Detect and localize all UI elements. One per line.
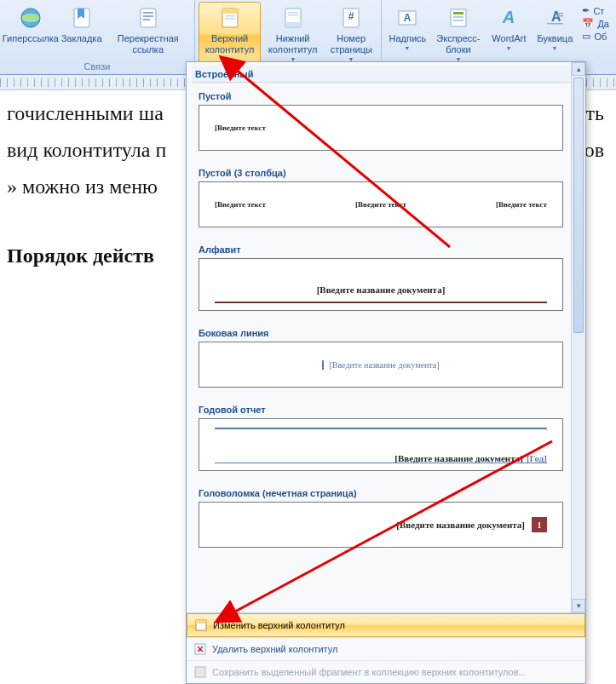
signature-button[interactable]: ✒Ст xyxy=(582,5,609,16)
ribbon-small-right: ✒Ст 📅Да ▭Об xyxy=(579,2,613,45)
quickparts-icon xyxy=(445,4,472,32)
save-selection-item: Сохранить выделенный фрагмент в коллекци… xyxy=(187,660,585,683)
chevron-down-icon: ▾ xyxy=(553,43,556,54)
preset-title: Боковая линия xyxy=(199,328,563,338)
svg-rect-14 xyxy=(288,12,298,14)
preset-preview: [Введите название документа] xyxy=(199,258,563,311)
preset-alphabet[interactable]: Алфавит [Введите название документа] xyxy=(192,236,570,319)
preset-preview: [Введите текст [Введите текст [Введите т… xyxy=(199,181,563,227)
scroll-down-button[interactable]: ▾ xyxy=(572,599,585,612)
preset-preview: [Введите название документа] xyxy=(199,342,563,388)
bookmark-icon xyxy=(68,4,95,32)
preset-preview: [Введите текст xyxy=(199,105,563,151)
bookmark-button[interactable]: Закладка xyxy=(60,2,104,47)
svg-rect-27 xyxy=(557,15,563,17)
scrollbar[interactable]: ▴ ▾ xyxy=(571,62,585,612)
svg-rect-32 xyxy=(195,667,205,677)
preset-title: Головоломка (нечетная страница) xyxy=(199,488,563,498)
dropcap-icon: A xyxy=(541,4,568,32)
label: Нижний колонтитул xyxy=(267,33,319,55)
save-icon xyxy=(193,665,207,679)
divider xyxy=(215,428,547,429)
group-label: Связи xyxy=(3,60,191,74)
label: Экспресс-блоки xyxy=(435,33,481,55)
gallery-category: Встроенный xyxy=(192,66,570,83)
doc-text: ов xyxy=(584,139,604,162)
textbox-button[interactable]: A Надпись ▾ xyxy=(385,2,429,56)
pagenum-icon: # xyxy=(337,4,365,32)
preset-empty[interactable]: Пустой [Введите текст xyxy=(192,83,570,159)
svg-text:A: A xyxy=(502,8,515,26)
preset-preview: [Введите название документа] [Год] xyxy=(199,418,563,471)
doc-text: вид колонтитула п xyxy=(7,139,166,162)
svg-rect-21 xyxy=(453,12,463,14)
hyperlink-button[interactable]: Гиперссылка xyxy=(3,2,58,47)
calendar-icon: 📅 xyxy=(582,18,594,29)
svg-rect-9 xyxy=(222,9,238,14)
gallery-footer: Изменить верхний колонтитул Удалить верх… xyxy=(187,613,585,683)
placeholder-text: [Введите текст xyxy=(215,124,266,132)
header-icon xyxy=(216,4,244,32)
quickparts-button[interactable]: Экспресс-блоки ▾ xyxy=(431,2,485,67)
divider xyxy=(215,463,547,463)
label: Номер страницы xyxy=(329,33,373,55)
scroll-thumb[interactable] xyxy=(573,78,584,333)
svg-text:A: A xyxy=(404,12,412,24)
ribbon-group-links: Гиперссылка Закладка Перекрестная ссылка… xyxy=(0,0,195,74)
gallery-scroll: Встроенный Пустой [Введите текст Пустой … xyxy=(187,62,585,613)
preset-puzzle[interactable]: Головоломка (нечетная страница) [Введите… xyxy=(192,480,570,556)
edit-header-item[interactable]: Изменить верхний колонтитул xyxy=(187,613,585,637)
chevron-down-icon: ▾ xyxy=(507,43,510,54)
doc-text: » можно из меню xyxy=(7,175,158,198)
header-gallery-dropdown: Встроенный Пустой [Введите текст Пустой … xyxy=(186,61,586,684)
footer-button[interactable]: Нижний колонтитул ▾ xyxy=(262,2,323,67)
object-button[interactable]: ▭Об xyxy=(582,31,609,42)
preset-title: Пустой xyxy=(199,91,563,101)
remove-header-icon xyxy=(193,642,207,656)
dropcap-button[interactable]: A Буквица ▾ xyxy=(533,2,577,56)
preset-annual[interactable]: Годовой отчет [Введите название документ… xyxy=(192,396,570,480)
object-icon: ▭ xyxy=(582,31,590,42)
placeholder-text: [Введите текст xyxy=(215,200,266,209)
svg-rect-23 xyxy=(453,20,463,21)
crossref-icon xyxy=(135,4,162,32)
svg-rect-6 xyxy=(143,15,153,17)
placeholder-text: [Введите название документа] xyxy=(396,520,525,530)
svg-rect-13 xyxy=(285,22,301,27)
divider xyxy=(215,302,547,303)
remove-header-item[interactable]: Удалить верхний колонтитул xyxy=(187,637,585,660)
svg-rect-10 xyxy=(225,15,235,17)
placeholder-text: [Введите название документа] xyxy=(322,360,439,370)
svg-rect-30 xyxy=(196,620,206,624)
header-button[interactable]: Верхний колонтитул ▾ xyxy=(199,2,261,67)
placeholder-text: [Введите текст xyxy=(355,200,406,209)
date-button[interactable]: 📅Да xyxy=(582,18,609,29)
label: Гиперссылка xyxy=(3,33,59,44)
label: Закладка xyxy=(61,33,102,44)
scroll-up-button[interactable]: ▴ xyxy=(572,62,585,76)
wordart-icon: A xyxy=(495,4,522,32)
svg-rect-28 xyxy=(547,23,563,25)
preset-sideline[interactable]: Боковая линия [Введите название документ… xyxy=(192,319,570,396)
preset-3col[interactable]: Пустой (3 столбца) [Введите текст [Введи… xyxy=(192,159,570,236)
preset-title: Годовой отчет xyxy=(199,405,563,415)
pagenum-button[interactable]: # Номер страницы ▾ xyxy=(325,2,377,67)
svg-rect-26 xyxy=(557,13,563,14)
wordart-button[interactable]: A WordArt ▾ xyxy=(486,2,531,56)
svg-rect-11 xyxy=(225,18,235,20)
chevron-down-icon: ▾ xyxy=(406,43,409,54)
label: Перекрестная ссылка xyxy=(110,33,187,55)
svg-rect-15 xyxy=(288,14,298,16)
crossref-button[interactable]: Перекрестная ссылка xyxy=(106,2,191,58)
placeholder-text: [Введите название документа] xyxy=(317,285,446,295)
svg-point-1 xyxy=(21,14,40,22)
preset-title: Алфавит xyxy=(199,244,563,255)
doc-heading: Порядок действ xyxy=(7,244,154,267)
svg-rect-4 xyxy=(141,9,156,27)
label: Удалить верхний колонтитул xyxy=(212,644,337,654)
doc-text: гочисленными ша xyxy=(7,102,164,125)
page-number-box: 1 xyxy=(532,517,547,532)
preset-preview: [Введите название документа] 1 xyxy=(199,502,563,548)
svg-rect-7 xyxy=(143,19,150,20)
footer-icon xyxy=(279,4,307,32)
